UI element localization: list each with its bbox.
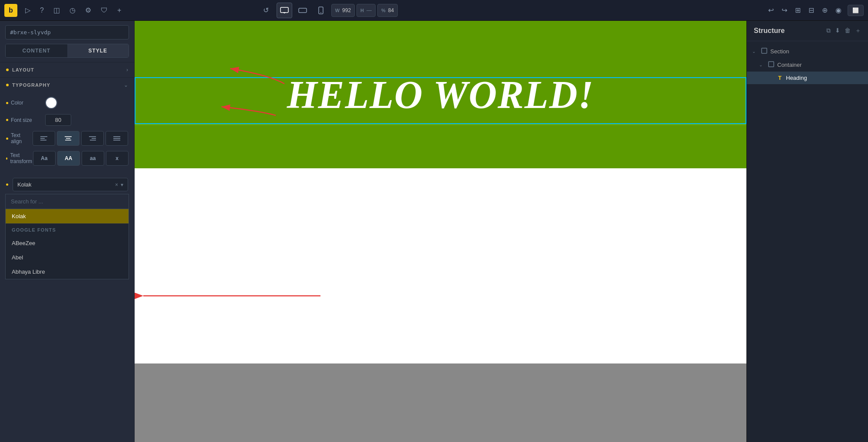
tree-label-heading: Heading (786, 75, 807, 81)
zoom-label: % (381, 8, 386, 13)
font-size-dot (6, 119, 8, 121)
color-dot (6, 102, 8, 104)
delete-icon[interactable]: 🗑 (845, 27, 851, 35)
font-dot (6, 183, 8, 186)
transform-none-button[interactable]: x (106, 151, 129, 166)
height-box: H — (356, 4, 376, 17)
help-icon[interactable]: ? (38, 5, 46, 16)
section-icon (761, 48, 768, 55)
font-option-abel[interactable]: Abel (6, 250, 129, 265)
svg-rect-21 (762, 48, 767, 53)
font-size-input[interactable] (45, 114, 71, 126)
grid-icon[interactable]: ⊞ (793, 4, 802, 16)
shield-icon[interactable]: 🛡 (99, 5, 109, 16)
text-transform-dot (6, 157, 7, 160)
redo-icon[interactable]: ↪ (780, 4, 789, 16)
structure-actions: ⧉ ⬇ 🗑 ＋ (826, 27, 861, 35)
google-fonts-label: GOOGLE FONTS (6, 223, 129, 236)
text-transform-row: Text transform Aa AA aa x (6, 151, 128, 166)
canvas-green-section[interactable]: HELLO WORLD! (135, 21, 746, 168)
viewport-tablet-landscape-button[interactable] (295, 3, 310, 18)
font-search-input[interactable] (6, 194, 129, 209)
cursor-icon[interactable]: ▷ (23, 4, 32, 16)
history-icon[interactable]: ◷ (68, 4, 77, 16)
font-selector-value: Kolak (17, 181, 32, 188)
viewport-mobile-button[interactable] (313, 3, 329, 18)
undo-icon[interactable]: ↩ (766, 4, 776, 16)
typography-controls: Color Font size Text align (0, 92, 134, 175)
align-center-button[interactable] (57, 131, 79, 146)
align-right-button[interactable] (81, 131, 104, 146)
main-area: CONTENT STYLE LAYOUT › TYPOGRAPHY ⌄ (0, 21, 868, 442)
heading-icon: T (776, 75, 783, 81)
canvas-white-section[interactable] (135, 168, 746, 363)
container-icon (768, 61, 775, 69)
typography-dot (6, 84, 9, 86)
font-clear-icon[interactable]: × (115, 182, 118, 188)
top-toolbar: b ▷ ? ◫ ◷ ⚙ 🛡 + ↺ W 992 H — % 84 (0, 0, 868, 21)
color-row: Color (6, 97, 128, 109)
settings-icon[interactable]: ⚙ (83, 4, 93, 16)
publish-button[interactable]: ⬜ (848, 5, 864, 16)
structure-title: Structure (754, 27, 785, 35)
section-expand[interactable]: ⌄ (752, 49, 758, 54)
color-swatch[interactable] (45, 97, 57, 109)
transform-uppercase-button[interactable]: AA (57, 151, 80, 166)
tree-item-container[interactable]: ⌄ Container (747, 58, 868, 72)
toolbar-viewport-controls: ↺ W 992 H — % 84 (258, 3, 398, 18)
tree-label-section: Section (770, 48, 789, 55)
color-label: Color (11, 100, 23, 106)
font-size-label: Font size (11, 117, 32, 123)
tree-item-section[interactable]: ⌄ Section (747, 45, 868, 58)
font-chevron-icon[interactable]: ▾ (121, 182, 123, 188)
container-expand[interactable]: ⌄ (759, 62, 765, 67)
viewport-desktop-button[interactable] (277, 3, 292, 18)
font-option-abeezee[interactable]: ABeeZee (6, 236, 129, 250)
transform-capitalize-button[interactable]: Aa (33, 151, 56, 166)
tab-content[interactable]: CONTENT (6, 44, 67, 57)
height-label: H (360, 8, 364, 13)
duplicate-icon[interactable]: ⧉ (826, 27, 831, 35)
text-align-row: Text align (6, 131, 128, 146)
svg-rect-22 (769, 62, 774, 67)
typography-label: TYPOGRAPHY (12, 82, 50, 88)
typography-arrow: ⌄ (124, 82, 128, 88)
width-value: 992 (342, 7, 351, 13)
transform-buttons: Aa AA aa x (33, 151, 129, 166)
add-icon[interactable]: + (116, 5, 123, 16)
layout-section-header[interactable]: LAYOUT › (0, 62, 134, 77)
text-align-label: Text align (11, 132, 33, 144)
tree-item-heading[interactable]: › T Heading (747, 72, 868, 84)
font-option-kolak[interactable]: Kolak (6, 209, 129, 223)
text-align-dot (6, 138, 8, 140)
transform-lowercase-button[interactable]: aa (82, 151, 104, 166)
app-logo[interactable]: b (4, 4, 17, 17)
tab-style[interactable]: STYLE (67, 44, 129, 57)
zoom-value: 84 (388, 7, 394, 13)
width-box: W 992 (331, 4, 355, 17)
folder-icon[interactable]: ⊟ (807, 4, 816, 16)
tree-label-container: Container (777, 62, 802, 68)
align-left-button[interactable] (33, 131, 55, 146)
panel-tabs: CONTENT STYLE (5, 44, 129, 58)
typography-section-header[interactable]: TYPOGRAPHY ⌄ (0, 77, 134, 92)
align-justify-button[interactable] (106, 131, 128, 146)
download-icon[interactable]: ⬇ (835, 27, 840, 35)
width-label: W (335, 8, 340, 13)
add-structure-icon[interactable]: ＋ (855, 27, 861, 35)
left-panel: CONTENT STYLE LAYOUT › TYPOGRAPHY ⌄ (0, 21, 135, 442)
element-id-input[interactable] (5, 25, 129, 39)
canvas-area[interactable]: HELLO WORLD! (135, 21, 746, 442)
eye-icon[interactable]: ◉ (834, 4, 843, 16)
save-icon[interactable]: ◫ (52, 4, 62, 16)
zoom-box: % 84 (377, 4, 398, 17)
font-selector-row: Kolak × ▾ (0, 175, 134, 194)
right-panel-header: Structure ⧉ ⬇ 🗑 ＋ (747, 21, 868, 41)
wordpress-icon[interactable]: ⊕ (820, 4, 829, 16)
layout-arrow: › (126, 67, 128, 73)
font-option-abhaya-libre[interactable]: Abhaya Libre (6, 265, 129, 279)
font-selector[interactable]: Kolak × ▾ (13, 178, 128, 191)
font-dropdown: Kolak GOOGLE FONTS ABeeZee Abel Abhaya L… (5, 194, 129, 279)
text-transform-label: Text transform (10, 152, 33, 164)
refresh-button[interactable]: ↺ (258, 3, 274, 18)
